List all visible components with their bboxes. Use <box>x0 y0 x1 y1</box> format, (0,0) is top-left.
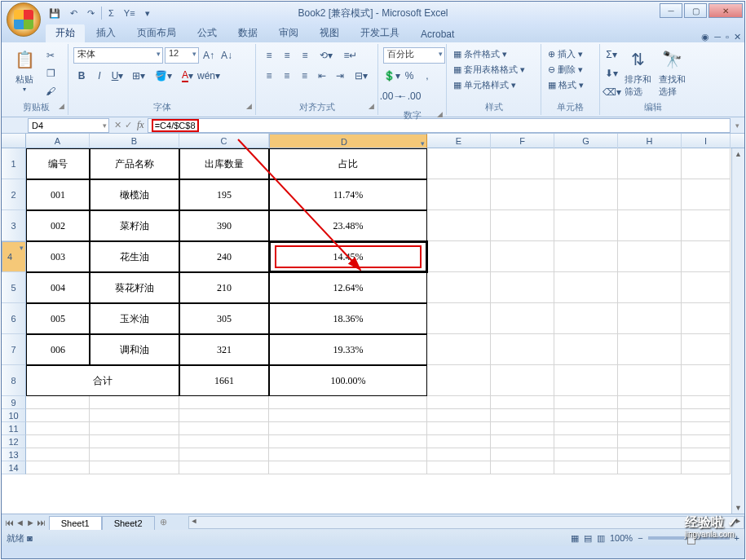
col-header-h[interactable]: H <box>618 134 682 148</box>
cell[interactable] <box>554 272 618 303</box>
cell[interactable] <box>554 409 618 422</box>
confirm-formula-icon[interactable]: ✓ <box>125 120 132 130</box>
comma-icon[interactable]: , <box>419 68 435 84</box>
fill-color-button[interactable]: 🪣▾ <box>152 68 174 84</box>
new-sheet-icon[interactable]: ⊕ <box>155 517 172 527</box>
cell[interactable] <box>269 448 427 461</box>
cell[interactable] <box>179 396 269 409</box>
italic-button[interactable]: I <box>91 68 108 84</box>
macro-icon[interactable]: ◙ <box>27 533 33 543</box>
cut-icon[interactable]: ✂ <box>42 47 59 64</box>
zoom-in-icon[interactable]: + <box>735 533 739 543</box>
cell[interactable] <box>427 210 491 241</box>
tab-view[interactable]: 视图 <box>310 24 349 42</box>
zoom-level[interactable]: 100% <box>610 533 633 543</box>
name-box[interactable]: D4 <box>28 118 109 133</box>
row-header-14[interactable]: 14 <box>2 461 26 474</box>
align-right-icon[interactable]: ≡ <box>297 68 313 84</box>
cell[interactable] <box>682 396 731 409</box>
cell[interactable]: 调和油 <box>90 334 179 365</box>
align-top-icon[interactable]: ≡ <box>261 47 277 64</box>
cell[interactable] <box>554 241 618 272</box>
cell[interactable] <box>90 461 179 474</box>
currency-icon[interactable]: 💲▾ <box>383 68 399 84</box>
tab-review[interactable]: 审阅 <box>269 24 308 42</box>
copy-icon[interactable]: ❐ <box>42 65 59 82</box>
cell[interactable] <box>618 334 682 365</box>
cell[interactable] <box>179 409 269 422</box>
cell[interactable]: 005 <box>26 303 90 334</box>
zoom-slider[interactable] <box>648 536 730 540</box>
cell[interactable] <box>491 272 554 303</box>
tab-acrobat[interactable]: Acrobat <box>411 26 464 42</box>
increase-font-icon[interactable]: A↑ <box>201 47 217 64</box>
decrease-decimal-icon[interactable]: ←.00 <box>401 88 417 104</box>
cell[interactable] <box>491 461 554 474</box>
cell[interactable] <box>427 396 491 409</box>
cell[interactable] <box>179 422 269 435</box>
cell[interactable] <box>618 365 682 396</box>
cell[interactable] <box>491 241 554 272</box>
dialog-launcher-icon[interactable]: ◢ <box>369 99 374 112</box>
cell[interactable] <box>491 210 554 241</box>
col-header-b[interactable]: B <box>90 134 179 148</box>
cell[interactable] <box>26 435 90 448</box>
cell-style-button[interactable]: ▦单元格样式▾ <box>452 78 536 92</box>
cell[interactable] <box>618 241 682 272</box>
tab-formulas[interactable]: 公式 <box>188 24 227 42</box>
cell[interactable] <box>618 148 682 179</box>
col-header-d[interactable]: D <box>269 134 427 148</box>
prev-sheet-icon[interactable]: ◄ <box>15 518 24 527</box>
office-button[interactable] <box>7 2 41 37</box>
cell[interactable]: 23.48% <box>269 210 427 241</box>
row-header-6[interactable]: 6 <box>2 303 26 334</box>
cell[interactable] <box>491 422 554 435</box>
row-header-5[interactable]: 5 <box>2 272 26 303</box>
cell[interactable] <box>682 272 731 303</box>
maximize-button[interactable]: ▢ <box>684 3 707 18</box>
cell[interactable] <box>618 435 682 448</box>
sheet-tab-1[interactable]: Sheet1 <box>49 516 102 530</box>
cell[interactable] <box>26 448 90 461</box>
cell[interactable] <box>682 210 731 241</box>
cell[interactable] <box>427 422 491 435</box>
fill-icon[interactable]: ⬇▾ <box>603 65 620 82</box>
cell[interactable] <box>682 422 731 435</box>
cell[interactable] <box>682 303 731 334</box>
col-header-i[interactable]: I <box>682 134 731 148</box>
row-header-12[interactable]: 12 <box>2 435 26 448</box>
col-header-e[interactable]: E <box>427 134 491 148</box>
phonetic-icon[interactable]: wén▾ <box>201 68 217 84</box>
bold-button[interactable]: B <box>73 68 90 84</box>
view-normal-icon[interactable]: ▦ <box>571 533 579 544</box>
cell[interactable] <box>269 422 427 435</box>
cell[interactable]: 003 <box>26 241 90 272</box>
cell[interactable] <box>618 210 682 241</box>
last-sheet-icon[interactable]: ⏭ <box>37 518 46 527</box>
cell[interactable]: 100.00% <box>269 365 427 396</box>
cell[interactable] <box>618 272 682 303</box>
cell[interactable] <box>618 179 682 210</box>
cell[interactable]: 305 <box>179 303 269 334</box>
cell[interactable]: 19.33% <box>269 334 427 365</box>
row-header-3[interactable]: 3 <box>2 210 26 241</box>
delete-cells-button[interactable]: ⊖删除▾ <box>546 63 594 77</box>
cell[interactable] <box>179 448 269 461</box>
cell[interactable] <box>427 334 491 365</box>
decrease-font-icon[interactable]: A↓ <box>219 47 235 64</box>
cell[interactable] <box>554 448 618 461</box>
row-header-10[interactable]: 10 <box>2 409 26 422</box>
cell[interactable]: 橄榄油 <box>90 179 179 210</box>
cell[interactable] <box>269 461 427 474</box>
cell[interactable] <box>491 448 554 461</box>
row-header-9[interactable]: 9 <box>2 396 26 409</box>
indent-decrease-icon[interactable]: ⇤ <box>315 68 331 84</box>
cell[interactable] <box>618 409 682 422</box>
col-header-f[interactable]: F <box>491 134 554 148</box>
worksheet[interactable]: A B C D E F G H I 1编号产品名称出库数量占比2001橄榄油19… <box>2 134 744 514</box>
save-icon[interactable]: 💾 <box>46 7 64 20</box>
cell[interactable]: 004 <box>26 272 90 303</box>
cell[interactable]: 菜籽油 <box>90 210 179 241</box>
row-header-8[interactable]: 8 <box>2 365 26 396</box>
border-button[interactable]: ⊞▾ <box>127 68 150 84</box>
